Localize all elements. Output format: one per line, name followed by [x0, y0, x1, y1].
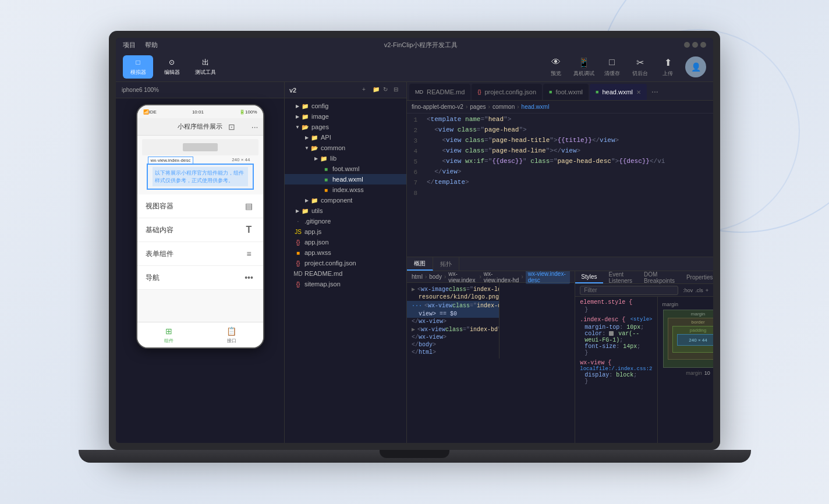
html-bc-index-desc[interactable]: wx-view.index-desc — [526, 271, 571, 284]
tree-item-utils[interactable]: ▶ 📁 utils — [285, 205, 406, 216]
test-button[interactable]: 出 测试工具 — [190, 55, 221, 79]
filter-input[interactable] — [584, 287, 674, 293]
list-label-0: 视图容器 — [146, 201, 173, 211]
tab-foot-wxml-label: foot.wxml — [556, 88, 583, 95]
main-area: iphone6 100% 📶IDE 10:01 🔋100% 小程序 — [116, 82, 713, 443]
tree-item-api[interactable]: ▶ 📁 API — [285, 132, 406, 143]
devtools-tab-console[interactable]: 拓扑 — [433, 257, 459, 271]
selector-text-wxview: wx-view { — [580, 360, 611, 366]
filter-hov[interactable]: :hov — [683, 288, 693, 293]
menu-item-help[interactable]: 帮助 — [145, 41, 158, 49]
simulate-button[interactable]: □ 模拟器 — [123, 55, 153, 79]
list-item-basic-content[interactable]: 基础内容 T — [137, 218, 263, 242]
tree-item-gitignore[interactable]: · .gitignore — [285, 216, 406, 226]
upload-action[interactable]: ⬆ 上传 — [657, 56, 678, 77]
styles-tab-dom-breakpoints[interactable]: DOM Breakpoints — [638, 271, 681, 283]
cut-label: 切后台 — [632, 70, 648, 77]
tab-project-config-icon: {} — [477, 89, 481, 95]
style-source-1[interactable]: <style> — [630, 317, 653, 322]
styles-panel: Styles Event Listeners DOM Breakpoints — [575, 271, 713, 443]
bc-sep: › — [425, 274, 427, 280]
battery-info: 🔋100% — [239, 109, 257, 115]
tab-foot-wxml[interactable]: ■ foot.wxml — [543, 84, 589, 100]
minimize-button[interactable] — [684, 42, 690, 48]
list-item-view-container[interactable]: 视图容器 ▤ — [137, 194, 263, 218]
styles-tab-properties[interactable]: Properties — [681, 271, 713, 283]
code-editor[interactable]: 1 <template name="head"> 2 <view class="… — [407, 113, 713, 257]
tree-item-app-wxss[interactable]: ■ app.wxss — [285, 247, 406, 258]
clear-cache-action[interactable]: □ 清缓存 — [601, 56, 622, 77]
style-source-2[interactable]: localfile:/.index.css:2 — [580, 366, 652, 372]
folder-icon-pages: 📂 — [301, 123, 309, 131]
tree-item-pages[interactable]: ▼ 📂 pages — [285, 122, 406, 132]
tree-item-lib[interactable]: ▶ 📁 lib — [285, 153, 406, 164]
preview-action[interactable]: 👁 预览 — [545, 56, 566, 77]
tree-item-readme[interactable]: MD README.md — [285, 268, 406, 279]
html-tree-area: html › body › wx-view.index › wx-view.in… — [407, 271, 575, 443]
html-bc-html[interactable]: html — [412, 274, 423, 280]
tab-interface[interactable]: 📋 接口 — [200, 322, 263, 347]
tree-item-index-wxss[interactable]: ■ index.wxss — [285, 184, 406, 195]
new-file-icon[interactable]: + — [362, 86, 370, 94]
tree-item-image[interactable]: ▶ 📁 image — [285, 111, 406, 122]
tree-item-project-config[interactable]: {} project.config.json — [285, 258, 406, 268]
html-tree-line-6: ▶ <wx-view class="index-bd">_</wx-view> — [407, 325, 499, 333]
filter-plus[interactable]: + — [706, 288, 708, 293]
real-machine-action[interactable]: 📱 真机调试 — [573, 56, 594, 77]
tab-readme[interactable]: MD README.md — [409, 84, 470, 100]
tab-close-icon[interactable]: ✕ — [636, 89, 641, 95]
html-bc-index-hd[interactable]: wx-view.index-hd — [484, 271, 519, 283]
cut-action[interactable]: ✂ 切后台 — [629, 56, 650, 77]
devtools-top-tabs: 概图 拓扑 — [407, 257, 713, 271]
tab-more-icon[interactable]: ··· — [648, 87, 662, 96]
close-button[interactable] — [700, 42, 706, 48]
expand-icon-1[interactable]: ▶ — [412, 286, 415, 293]
user-avatar[interactable]: 👤 — [685, 56, 706, 77]
tree-item-config[interactable]: ▶ 📁 config — [285, 101, 406, 111]
html-bc-body[interactable]: body — [429, 274, 442, 280]
filter-options: :hov .cls + — [683, 288, 708, 293]
tree-item-head-wxml[interactable]: ■ head.wxml — [285, 174, 406, 184]
line-num-1: 1 — [407, 116, 424, 126]
new-folder-icon[interactable]: 📁 — [373, 86, 381, 94]
line-content-8 — [424, 189, 713, 200]
html-bc-index[interactable]: wx-view.index — [448, 271, 477, 283]
box-model-title: margin 10 — [663, 301, 713, 307]
maximize-button[interactable] — [692, 42, 698, 48]
tree-item-app-json[interactable]: {} app.json — [285, 237, 406, 247]
filter-cls[interactable]: .cls — [695, 288, 703, 293]
html-breadcrumb: html › body › wx-view.index › wx-view.in… — [407, 271, 575, 283]
devtools-content: html › body › wx-view.index › wx-view.in… — [407, 271, 713, 443]
list-label-1: 基础内容 — [146, 225, 173, 235]
code-line-8: 8 — [407, 189, 713, 200]
line-content-6: </view> — [424, 168, 713, 179]
refresh-icon[interactable]: ↻ — [383, 86, 391, 94]
tree-item-foot-wxml[interactable]: ■ foot.wxml — [285, 164, 406, 174]
filter-input-area[interactable] — [580, 286, 678, 295]
nav-expand-icon[interactable]: ⊡ — [228, 122, 235, 132]
phone-mockup: 📶IDE 10:01 🔋100% 小程序组件展示 ··· ⊡ — [116, 98, 284, 443]
tree-label-project-config: project.config.json — [304, 260, 356, 267]
styles-tab-styles[interactable]: Styles — [575, 271, 603, 283]
tab-head-wxml[interactable]: ■ head.wxml ✕ — [590, 84, 647, 100]
bc-pages: pages — [470, 104, 486, 110]
tree-item-component[interactable]: ▶ 📁 component — [285, 195, 406, 205]
tab-component[interactable]: ⊞ 组件 — [137, 322, 200, 347]
tree-item-common[interactable]: ▼ 📂 common — [285, 143, 406, 153]
list-icon-2: ≡ — [243, 248, 255, 260]
real-machine-icon: 📱 — [578, 56, 590, 69]
tree-item-sitemap[interactable]: {} sitemap.json — [285, 279, 406, 289]
tab-project-config[interactable]: {} project.config.json — [472, 84, 542, 100]
styles-tab-event-listeners[interactable]: Event Listeners — [603, 271, 639, 283]
editor-button[interactable]: ⊙ 编辑器 — [157, 55, 187, 79]
tree-item-app-js[interactable]: JS app.js — [285, 226, 406, 237]
menu-item-project[interactable]: 项目 — [123, 41, 136, 49]
expand-icon-2[interactable]: ▶ — [412, 326, 415, 333]
nav-more-icon[interactable]: ··· — [251, 122, 258, 132]
tab-readme-icon: MD — [415, 89, 423, 95]
phone-nav-bar: 小程序组件展示 ··· ⊡ — [137, 118, 263, 136]
devtools-tab-elements[interactable]: 概图 — [407, 257, 433, 271]
list-item-form[interactable]: 表单组件 ≡ — [137, 242, 263, 266]
list-item-nav[interactable]: 导航 ••• — [137, 266, 263, 290]
collapse-icon[interactable]: ⊟ — [394, 86, 402, 94]
